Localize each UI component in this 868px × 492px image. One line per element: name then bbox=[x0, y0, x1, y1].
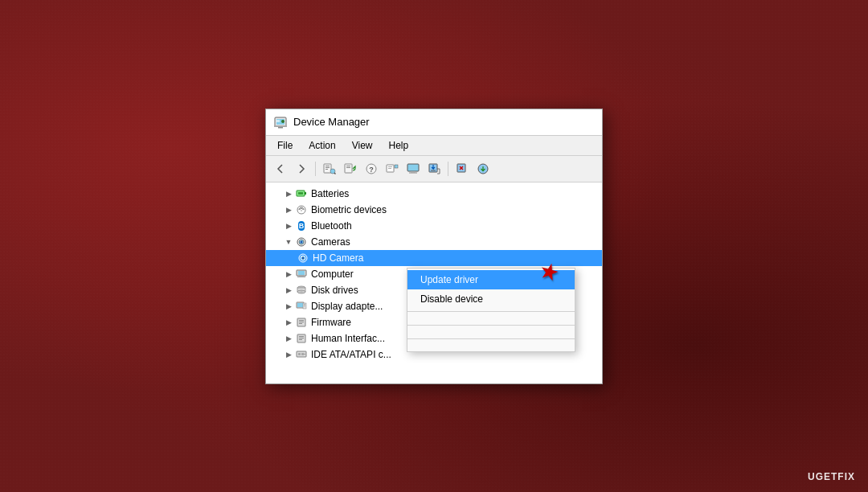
ctx-sep-1 bbox=[407, 311, 575, 312]
biometric-icon bbox=[295, 203, 308, 216]
svg-rect-57 bbox=[304, 304, 305, 305]
hd-camera-label: HD Camera bbox=[313, 252, 363, 264]
chevron-firmware: ▶ bbox=[282, 316, 295, 329]
update-btn[interactable] bbox=[341, 159, 360, 178]
tree-item-batteries[interactable]: ▶ Batteries bbox=[266, 186, 602, 202]
chevron-computer: ▶ bbox=[282, 268, 295, 281]
ctx-uninstall-device[interactable] bbox=[407, 314, 575, 322]
properties-view-btn[interactable] bbox=[320, 159, 339, 178]
svg-rect-9 bbox=[326, 166, 330, 166]
view-toggle-btn[interactable] bbox=[383, 159, 402, 178]
svg-rect-25 bbox=[409, 172, 417, 173]
chevron-bluetooth: ▶ bbox=[282, 219, 295, 232]
svg-point-53 bbox=[301, 291, 303, 292]
remove-btn[interactable] bbox=[452, 159, 472, 178]
svg-point-40 bbox=[301, 240, 303, 243]
svg-rect-16 bbox=[346, 167, 350, 168]
chevron-batteries: ▶ bbox=[282, 187, 295, 200]
svg-line-13 bbox=[334, 173, 336, 174]
device-tree: ▶ Batteries ▶ Biom bbox=[266, 182, 602, 383]
svg-rect-49 bbox=[297, 277, 305, 277]
svg-rect-10 bbox=[326, 167, 330, 168]
install-btn[interactable] bbox=[473, 159, 493, 178]
svg-rect-22 bbox=[395, 165, 398, 168]
context-menu: Update driver Disable device bbox=[407, 268, 575, 352]
svg-rect-55 bbox=[297, 303, 303, 307]
window-icon bbox=[274, 116, 287, 129]
tree-item-cameras[interactable]: ▼ Cameras bbox=[266, 234, 602, 250]
svg-rect-60 bbox=[299, 320, 304, 321]
help-btn[interactable]: ? bbox=[362, 159, 381, 178]
cameras-icon bbox=[295, 236, 308, 248]
ide-label: IDE ATA/ATAPI c... bbox=[311, 349, 391, 360]
back-btn[interactable] bbox=[271, 159, 290, 178]
svg-rect-68 bbox=[298, 353, 301, 355]
window-title: Device Manager bbox=[293, 116, 370, 128]
monitor-btn[interactable] bbox=[403, 159, 423, 178]
svg-rect-33 bbox=[305, 192, 306, 195]
display-label: Display adapte... bbox=[311, 301, 383, 312]
forward-btn[interactable] bbox=[292, 159, 311, 178]
tree-item-bluetooth[interactable]: ▶ B Bluetooth bbox=[266, 218, 602, 234]
firmware-icon bbox=[295, 316, 308, 329]
bluetooth-label: Bluetooth bbox=[311, 220, 352, 232]
svg-text:?: ? bbox=[369, 166, 374, 174]
ctx-sep-3 bbox=[407, 338, 575, 339]
menu-view[interactable]: View bbox=[346, 138, 379, 153]
chevron-cameras: ▼ bbox=[282, 236, 295, 248]
ctx-disable-device[interactable]: Disable device bbox=[407, 289, 575, 309]
hid-label: Human Interfac... bbox=[311, 333, 385, 344]
svg-rect-66 bbox=[299, 339, 302, 340]
svg-rect-48 bbox=[299, 276, 304, 277]
svg-point-45 bbox=[301, 256, 302, 257]
svg-rect-8 bbox=[324, 164, 331, 173]
disk-icon bbox=[295, 284, 308, 297]
svg-rect-20 bbox=[388, 166, 392, 167]
toolbar: ? bbox=[266, 156, 602, 182]
computer-icon bbox=[295, 268, 308, 281]
svg-rect-4 bbox=[276, 120, 280, 122]
toolbar-sep-2 bbox=[448, 162, 448, 176]
title-bar: Device Manager bbox=[266, 109, 602, 136]
ctx-properties[interactable] bbox=[407, 342, 575, 350]
disk-label: Disk drives bbox=[311, 285, 358, 296]
hid-icon bbox=[295, 332, 308, 345]
menu-help[interactable]: Help bbox=[383, 138, 416, 153]
batteries-label: Batteries bbox=[311, 188, 349, 199]
ctx-scan-hardware[interactable] bbox=[407, 328, 575, 336]
svg-rect-2 bbox=[274, 125, 287, 127]
biometric-label: Biometric devices bbox=[311, 204, 387, 215]
chevron-biometric: ▶ bbox=[282, 203, 295, 216]
ctx-update-driver[interactable]: Update driver bbox=[407, 270, 575, 289]
computer-label: Computer bbox=[311, 269, 354, 280]
battery-icon bbox=[295, 187, 308, 200]
svg-rect-64 bbox=[299, 336, 304, 337]
watermark: UGETFIX bbox=[808, 471, 855, 482]
ide-icon bbox=[295, 348, 308, 361]
chevron-display: ▶ bbox=[282, 300, 295, 313]
menu-file[interactable]: File bbox=[271, 138, 299, 153]
svg-rect-65 bbox=[299, 338, 304, 338]
svg-rect-23 bbox=[407, 164, 419, 171]
svg-rect-15 bbox=[346, 166, 350, 166]
menu-action[interactable]: Action bbox=[302, 138, 342, 153]
svg-rect-3 bbox=[278, 127, 283, 129]
svg-point-70 bbox=[304, 353, 305, 355]
toolbar-sep-1 bbox=[315, 162, 316, 176]
hd-camera-icon bbox=[297, 252, 309, 264]
svg-rect-58 bbox=[304, 305, 305, 306]
chevron-disk: ▶ bbox=[282, 284, 295, 297]
download-btn[interactable] bbox=[424, 159, 444, 178]
bluetooth-icon: B bbox=[295, 219, 308, 232]
chevron-hid: ▶ bbox=[282, 332, 295, 345]
svg-rect-21 bbox=[388, 168, 391, 169]
display-icon bbox=[295, 300, 308, 313]
device-manager-window: Device Manager File Action View Help bbox=[265, 109, 603, 384]
menu-bar: File Action View Help bbox=[266, 136, 602, 156]
tree-item-hd-camera[interactable]: HD Camera bbox=[266, 250, 602, 266]
svg-rect-34 bbox=[298, 192, 303, 195]
chevron-ide: ▶ bbox=[282, 348, 295, 361]
tree-item-biometric[interactable]: ▶ Biometric devices bbox=[266, 202, 602, 218]
svg-point-44 bbox=[302, 256, 305, 259]
svg-text:B: B bbox=[299, 222, 305, 230]
